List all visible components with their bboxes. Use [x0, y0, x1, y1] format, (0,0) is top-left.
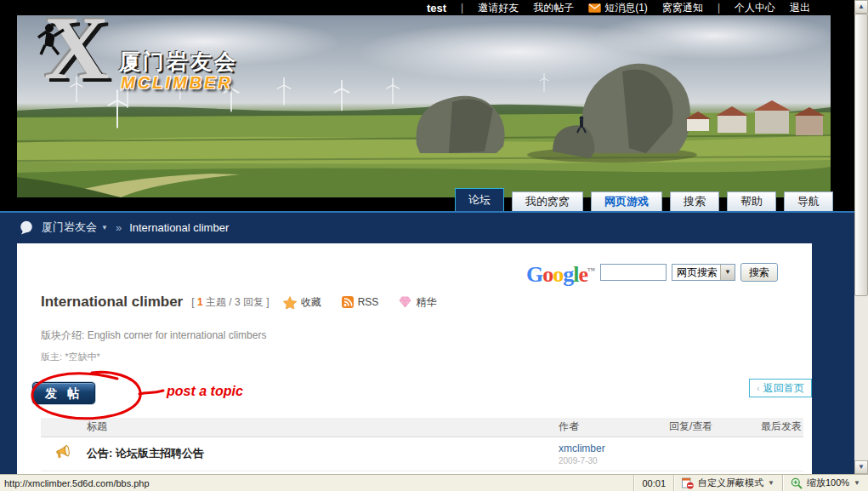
- intro-label: 版块介绍:: [41, 329, 84, 341]
- back-home-button[interactable]: ‹ 返回首页: [749, 379, 812, 397]
- magnifier-icon: [791, 477, 803, 489]
- notices-link[interactable]: 窝窝通知: [662, 1, 703, 15]
- forum-moderator: 版主: *空缺中*: [41, 351, 812, 362]
- zoom-label: 缩放100%: [807, 477, 849, 489]
- site-logo[interactable]: X 厦门岩友会 MCLIMBER: [29, 17, 250, 102]
- moderator-value: *空缺中*: [65, 351, 100, 362]
- back-home-label: 返回首页: [763, 381, 804, 396]
- favorite-label: 收藏: [301, 295, 321, 310]
- breadcrumb-arrow: »: [116, 221, 122, 234]
- intro-text: English corner for international climber…: [88, 329, 267, 341]
- timer-value: 00:01: [642, 478, 666, 488]
- tab-my-space[interactable]: 我的窝窝: [512, 191, 583, 211]
- header-replies-views: 回复/查看: [667, 418, 744, 437]
- header-last-post: 最后发表: [744, 418, 803, 437]
- search-mode-value: 网页搜索: [672, 265, 720, 280]
- replies-views: [667, 437, 744, 471]
- tab-navigation[interactable]: 导航: [784, 191, 833, 211]
- block-mode-icon: [682, 477, 694, 489]
- star-icon: [283, 296, 297, 309]
- scroll-down-button[interactable]: ▼: [854, 460, 868, 474]
- post-a-topic-annotation: post a topic: [167, 384, 243, 399]
- header-icon-spacer: [41, 418, 85, 437]
- trademark-symbol: ™: [587, 266, 595, 275]
- logo-english-name: MCLIMBER: [121, 73, 233, 93]
- moderator-label: 版主:: [41, 351, 62, 362]
- forum-stats: [ 1 主题 / 3 回复 ]: [191, 295, 269, 310]
- content-panel: Google™ 网页搜索 ▼ 搜索 International climber …: [17, 243, 812, 491]
- separator: |: [461, 2, 463, 14]
- envelope-icon: [588, 3, 601, 13]
- tab-help[interactable]: 帮助: [727, 191, 776, 211]
- rss-label: RSS: [358, 296, 379, 308]
- rss-link[interactable]: RSS: [342, 296, 379, 308]
- post-date: 2009-7-30: [559, 456, 666, 465]
- chevron-down-icon: ▼: [101, 224, 108, 231]
- profile-link[interactable]: 个人中心: [735, 1, 775, 15]
- author-link[interactable]: xmclimber: [559, 442, 666, 454]
- rss-icon: [342, 296, 354, 308]
- content-block-mode-dropdown[interactable]: 自定义屏蔽模式 ▼: [673, 475, 782, 491]
- left-arrow-icon: ‹: [757, 384, 759, 393]
- table-header-row: 标题 作者 回复/查看 最后发表: [41, 418, 803, 437]
- google-logo: Google™: [526, 260, 595, 285]
- search-mode-select[interactable]: 网页搜索 ▼: [672, 264, 735, 281]
- topbar: test | 邀请好友 我的帖子 短消息(1) 窝窝通知 | 个人中心 退出: [0, 0, 854, 15]
- banner: X 厦门岩友会 MCLIMBER 论坛 我的窝窝 网页游戏 搜索 帮助 导航: [0, 15, 854, 211]
- forum-intro: 版块介绍: English corner for international c…: [41, 328, 812, 340]
- status-url: http://xmclimber.5d6d.com/bbs.php: [0, 478, 633, 488]
- my-posts-link[interactable]: 我的帖子: [533, 1, 574, 15]
- actions-row: 发 帖 post a topic ‹ 返回首页: [17, 370, 812, 414]
- forum-title-row: International climber [ 1 主题 / 3 回复 ] 收藏: [41, 293, 812, 311]
- main-tabs: 论坛 我的窝窝 网页游戏 搜索 帮助 导航: [455, 188, 833, 211]
- megaphone-icon: [55, 445, 71, 460]
- forum-title: International climber: [41, 294, 183, 311]
- topic-count: 1: [197, 296, 203, 308]
- scroll-up-button[interactable]: ▲: [854, 0, 868, 14]
- separator: |: [718, 2, 720, 14]
- status-timer: 00:01: [633, 475, 673, 491]
- breadcrumb: 厦门岩友会 ▼ » International climber: [0, 213, 854, 242]
- dropdown-arrow-icon: ▼: [854, 479, 860, 487]
- google-search-bar: Google™ 网页搜索 ▼ 搜索: [17, 243, 812, 283]
- tab-forum[interactable]: 论坛: [455, 188, 504, 211]
- username: test: [427, 2, 446, 14]
- tab-web-games[interactable]: 网页游戏: [591, 191, 662, 211]
- breadcrumb-root[interactable]: 厦门岩友会 ▼: [42, 220, 108, 235]
- digest-label: 精华: [416, 295, 436, 310]
- zoom-dropdown[interactable]: 缩放100% ▼: [782, 475, 868, 491]
- banner-photo: X 厦门岩友会 MCLIMBER: [17, 15, 831, 197]
- village-houses: [685, 100, 825, 135]
- tab-search[interactable]: 搜索: [670, 191, 719, 211]
- search-input[interactable]: [600, 264, 667, 281]
- messages-label: 短消息(1): [604, 1, 648, 15]
- topic-title-link[interactable]: 公告: 论坛版主招聘公告: [87, 447, 204, 460]
- logo-chinese-name: 厦门岩友会: [119, 48, 238, 76]
- vertical-scrollbar: ▲ ▼: [854, 0, 868, 474]
- gem-icon: [399, 296, 411, 308]
- scrollbar-thumb[interactable]: [854, 14, 868, 296]
- search-button[interactable]: 搜索: [740, 263, 778, 282]
- speech-bubble-icon: [19, 220, 34, 235]
- digest-link[interactable]: 精华: [399, 295, 436, 310]
- favorite-link[interactable]: 收藏: [283, 295, 321, 310]
- invite-friends-link[interactable]: 邀请好友: [478, 1, 519, 15]
- dropdown-arrow-icon: ▼: [768, 479, 774, 487]
- browser-viewport: test | 邀请好友 我的帖子 短消息(1) 窝窝通知 | 个人中心 退出: [0, 0, 868, 491]
- breadcrumb-root-label: 厦门岩友会: [42, 220, 97, 235]
- breadcrumb-current: International climber: [129, 221, 229, 234]
- block-mode-label: 自定义屏蔽模式: [698, 477, 763, 489]
- main-area: 厦门岩友会 ▼ » International climber Google™ …: [0, 211, 854, 491]
- last-post: [744, 437, 803, 471]
- select-arrow-icon: ▼: [720, 265, 735, 280]
- header-author: 作者: [557, 418, 667, 437]
- logout-link[interactable]: 退出: [790, 1, 810, 15]
- status-bar: http://xmclimber.5d6d.com/bbs.php 00:01 …: [0, 474, 868, 491]
- header-title: 标题: [85, 418, 557, 437]
- post-topic-button[interactable]: 发 帖: [32, 382, 95, 404]
- climber-silhouette-icon: [37, 22, 66, 60]
- table-row: 公告: 论坛版主招聘公告 xmclimber 2009-7-30: [41, 437, 803, 471]
- messages-link[interactable]: 短消息(1): [588, 1, 648, 15]
